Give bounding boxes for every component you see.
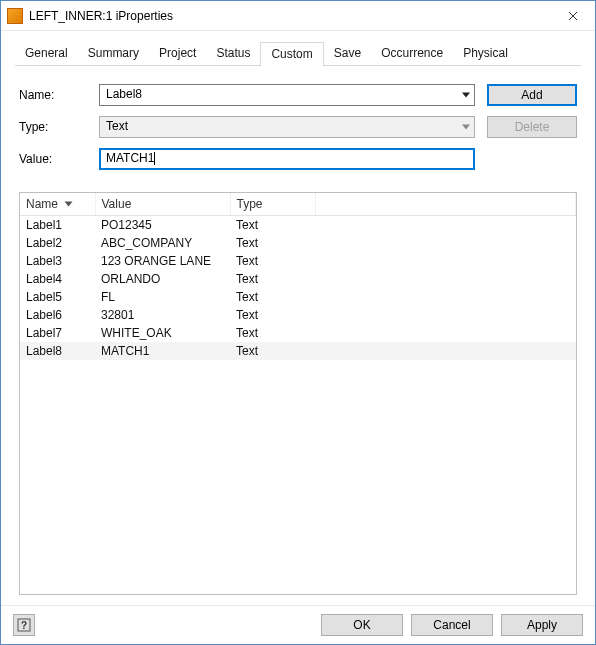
delete-button: Delete (487, 116, 577, 138)
dialog-footer: ? OK Cancel Apply (1, 605, 595, 644)
name-label: Name: (19, 88, 99, 102)
name-combobox-value: Label8 (106, 87, 142, 101)
cell-name: Label3 (20, 252, 95, 270)
table-row[interactable]: Label632801Text (20, 306, 576, 324)
cell-name: Label6 (20, 306, 95, 324)
column-name[interactable]: Name (20, 193, 95, 216)
table-row[interactable]: Label3123 ORANGE LANEText (20, 252, 576, 270)
apply-button[interactable]: Apply (501, 614, 583, 636)
iproperties-dialog: LEFT_INNER:1 iProperties General Summary… (0, 0, 596, 645)
cell-type: Text (230, 270, 315, 288)
cell-type: Text (230, 342, 315, 360)
type-label: Type: (19, 120, 99, 134)
tab-custom[interactable]: Custom (260, 42, 323, 67)
table-row[interactable]: Label2ABC_COMPANYText (20, 234, 576, 252)
cell-value: ABC_COMPANY (95, 234, 230, 252)
tab-occurrence[interactable]: Occurrence (371, 42, 453, 67)
cell-value: 32801 (95, 306, 230, 324)
help-button[interactable]: ? (13, 614, 35, 636)
table-row[interactable]: Label4ORLANDOText (20, 270, 576, 288)
cancel-button[interactable]: Cancel (411, 614, 493, 636)
cell-type: Text (230, 216, 315, 235)
tab-project[interactable]: Project (149, 42, 206, 67)
form-area: Name: Label8 Add Type: Text (1, 66, 595, 186)
value-input-text: MATCH1 (106, 151, 154, 165)
cell-name: Label4 (20, 270, 95, 288)
table-row[interactable]: Label1PO12345Text (20, 216, 576, 235)
cell-value: FL (95, 288, 230, 306)
cell-name: Label5 (20, 288, 95, 306)
tab-save[interactable]: Save (324, 42, 371, 67)
column-spacer (315, 193, 576, 216)
type-combobox-value: Text (106, 119, 128, 133)
text-caret (154, 152, 155, 165)
app-icon (7, 8, 23, 24)
cell-value: 123 ORANGE LANE (95, 252, 230, 270)
close-icon (568, 11, 578, 21)
cell-type: Text (230, 288, 315, 306)
add-button[interactable]: Add (487, 84, 577, 106)
value-label: Value: (19, 152, 99, 166)
cell-name: Label7 (20, 324, 95, 342)
name-combobox[interactable]: Label8 (99, 84, 475, 106)
value-input[interactable]: MATCH1 (99, 148, 475, 170)
cell-type: Text (230, 234, 315, 252)
column-type[interactable]: Type (230, 193, 315, 216)
close-button[interactable] (550, 1, 595, 30)
column-value[interactable]: Value (95, 193, 230, 216)
cell-type: Text (230, 324, 315, 342)
cell-type: Text (230, 252, 315, 270)
titlebar: LEFT_INNER:1 iProperties (1, 1, 595, 31)
tab-status[interactable]: Status (206, 42, 260, 67)
chevron-down-icon (462, 93, 470, 98)
cell-value: MATCH1 (95, 342, 230, 360)
help-icon: ? (17, 618, 31, 632)
type-combobox[interactable]: Text (99, 116, 475, 138)
table-row[interactable]: Label5FLText (20, 288, 576, 306)
tab-physical[interactable]: Physical (453, 42, 518, 67)
cell-name: Label8 (20, 342, 95, 360)
cell-value: PO12345 (95, 216, 230, 235)
tab-summary[interactable]: Summary (78, 42, 149, 67)
window-title: LEFT_INNER:1 iProperties (29, 9, 550, 23)
cell-name: Label1 (20, 216, 95, 235)
cell-type: Text (230, 306, 315, 324)
properties-table[interactable]: Name Value Type Label1PO12345TextLabel2A… (20, 193, 576, 360)
chevron-down-icon (462, 125, 470, 130)
cell-value: WHITE_OAK (95, 324, 230, 342)
ok-button[interactable]: OK (321, 614, 403, 636)
cell-value: ORLANDO (95, 270, 230, 288)
cell-name: Label2 (20, 234, 95, 252)
tab-general[interactable]: General (15, 42, 78, 67)
tabstrip: General Summary Project Status Custom Sa… (1, 31, 595, 66)
properties-table-wrap: Name Value Type Label1PO12345TextLabel2A… (19, 192, 577, 595)
table-row[interactable]: Label7WHITE_OAKText (20, 324, 576, 342)
svg-text:?: ? (21, 620, 27, 631)
table-row[interactable]: Label8MATCH1Text (20, 342, 576, 360)
